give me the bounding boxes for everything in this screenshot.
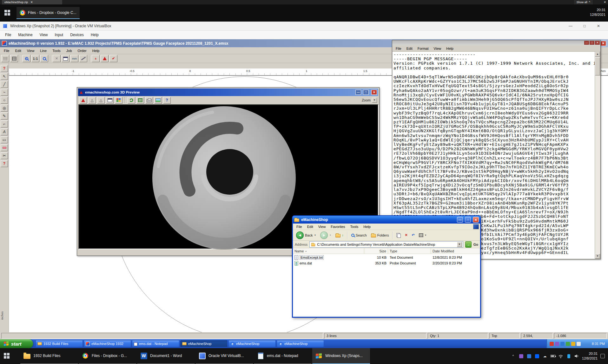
shaded-view-icon[interactable]: △ [97, 97, 105, 104]
cut-tool-icon[interactable]: ✂ [1, 152, 8, 159]
corner-tool-icon[interactable]: ⌐ [1, 120, 8, 127]
tray-icon[interactable] [555, 342, 559, 346]
battery-icon[interactable] [550, 354, 555, 359]
notepad-close-button[interactable]: ✕ [595, 41, 600, 45]
tray-icon[interactable] [577, 342, 581, 346]
snap-grid-icon[interactable] [1, 55, 9, 62]
column-header-size[interactable]: Size [364, 248, 388, 254]
eraser-tool-icon[interactable] [1, 144, 8, 151]
circle-tool-icon[interactable]: ○ [1, 97, 8, 104]
xp-task-emachineshop[interactable]: e eMachineShop [228, 340, 276, 347]
delete-button[interactable]: ✕ [403, 232, 409, 238]
help-tool-icon[interactable]: ? [1, 160, 8, 167]
cad-menu-line[interactable]: Line [37, 48, 49, 53]
teams-icon[interactable] [519, 354, 524, 359]
zoom-in-icon[interactable]: + [23, 55, 30, 62]
tray-icon[interactable] [550, 342, 554, 346]
tray-icon[interactable] [571, 342, 575, 346]
virtualbox-titlebar[interactable]: Windows Xp (Snapshot 2) [Running] - Orac… [0, 22, 608, 31]
rect-tool-icon[interactable]: ▭ [1, 136, 8, 143]
explorer-titlebar[interactable]: eMachineShop — □ ✕ [293, 216, 480, 224]
zip-tab-close-icon[interactable]: ✕ [30, 1, 33, 4]
vbox-menu-view[interactable]: View [36, 32, 51, 38]
folders-button[interactable]: Folders [370, 232, 390, 238]
undo-button[interactable]: ↶ [411, 232, 416, 238]
go-icon[interactable]: → [465, 241, 472, 248]
xp-task-build-files[interactable]: 1932 Build Files [36, 340, 83, 347]
wireframe-icon[interactable]: △ [88, 97, 96, 104]
host-top-clock[interactable]: 20:31 12/8/2021 [590, 8, 605, 17]
address-dropdown-icon[interactable]: ▼ [457, 242, 462, 247]
copy-button[interactable] [395, 232, 402, 238]
units-mm-icon[interactable]: mm [70, 55, 78, 62]
explorer-minimize-button[interactable]: — [457, 217, 463, 223]
volume-icon[interactable] [574, 354, 579, 359]
tray-icon[interactable] [566, 342, 570, 346]
check-icon[interactable]: ✔ [109, 55, 117, 62]
bluetooth-icon[interactable] [566, 354, 571, 359]
host-task-build-files[interactable]: 1932 Build Files [20, 348, 78, 364]
xp-clock[interactable]: 8:31 PM [592, 342, 605, 346]
scroll-down-icon[interactable]: ▼ [595, 254, 600, 259]
refresh-icon[interactable] [128, 97, 135, 104]
vbox-menu-file[interactable]: File [2, 32, 14, 38]
notepad-maximize-button[interactable]: □ [590, 41, 594, 45]
cad-menu-job[interactable]: Job [64, 48, 75, 53]
curve-tool-icon[interactable]: ~ [1, 89, 8, 96]
chevron-up-icon[interactable]: ^ [511, 354, 516, 359]
delete-icon[interactable]: ✕ [53, 55, 61, 62]
notepad-menu-edit[interactable]: Edit [404, 46, 415, 51]
cad-menu-edit[interactable]: Edit [13, 48, 24, 53]
snapshot-image-icon[interactable] [154, 97, 162, 104]
search-button[interactable]: Search [350, 233, 368, 238]
column-header-date[interactable]: Date Modified [431, 248, 480, 254]
color-palette-icon[interactable] [115, 97, 122, 104]
xp-task-emachineshop[interactable]: e eMachineShop [277, 340, 324, 347]
show-all-button[interactable]: Show all ^ [574, 0, 593, 4]
notepad-titlebar[interactable]: — □ ✕ [392, 40, 600, 45]
emachineshop-close-button[interactable]: ✕ [600, 41, 606, 46]
cad-menu-help[interactable]: Help [90, 48, 102, 53]
up-button[interactable]: ↑ [334, 232, 345, 238]
explorer-menu-tools[interactable]: Tools [348, 224, 361, 229]
host-start-button[interactable] [4, 10, 10, 16]
address-input[interactable]: C:\Documents and Settings\Tommy Vercetti… [309, 241, 463, 248]
line-tool-icon[interactable]: ╱ [1, 81, 8, 88]
preview-close-button[interactable]: ✕ [371, 90, 377, 95]
scrollbar-thumb[interactable] [595, 57, 600, 75]
vbox-menu-machine[interactable]: Machine [15, 32, 36, 38]
cad-menu-view[interactable]: View [24, 48, 37, 53]
cad-menu-tools[interactable]: Tools [50, 48, 63, 53]
onedrive-icon[interactable]: ☁ [542, 354, 547, 359]
scroll-up-icon[interactable]: ▲ [595, 52, 600, 57]
explorer-menu-file[interactable]: File [294, 224, 304, 229]
text-tool-icon[interactable]: A [1, 128, 8, 135]
preview-titlebar[interactable]: emachineshop.com 3D Preview — □ ✕ [78, 88, 378, 96]
layers-icon[interactable] [62, 55, 69, 62]
cad-menu-file[interactable]: File [1, 48, 12, 53]
zoom-icon[interactable] [40, 55, 48, 62]
host-clock[interactable]: 20:31 12/8/2021 [582, 351, 598, 361]
vbox-menu-help[interactable]: Help [88, 32, 102, 38]
vbox-close-button[interactable]: ✕ [591, 24, 605, 28]
zoom-dropdown-icon[interactable]: ▼ [372, 98, 377, 103]
vbox-menu-devices[interactable]: Devices [67, 32, 87, 38]
print-icon[interactable] [145, 97, 153, 104]
host-task-notepad[interactable]: ems.dat - Notepad [254, 348, 312, 364]
views-button[interactable]: ▼ [418, 233, 428, 238]
vbox-menu-input[interactable]: Input [52, 32, 67, 38]
strip-close-icon[interactable]: ✕ [604, 0, 606, 4]
host-task-chrome[interactable]: Files - Dropbox - G... [79, 348, 136, 364]
notepad-minimize-button[interactable]: — [584, 41, 589, 45]
back-dropdown-icon[interactable]: ▼ [314, 234, 316, 236]
render-cone-icon[interactable] [79, 97, 87, 104]
notification-center-icon[interactable] [600, 354, 605, 358]
notepad-menu-file[interactable]: File [393, 46, 404, 51]
vbox-maximize-button[interactable]: □ [578, 24, 591, 28]
xp-task-notepad[interactable]: ems.dat - Notepad [132, 340, 179, 347]
explorer-menu-view[interactable]: View [316, 224, 328, 229]
vbox-minimize-button[interactable]: — [564, 24, 578, 28]
wifi-icon[interactable] [558, 354, 563, 359]
preview-maximize-button[interactable]: □ [363, 90, 369, 95]
probe-icon[interactable] [79, 55, 87, 62]
